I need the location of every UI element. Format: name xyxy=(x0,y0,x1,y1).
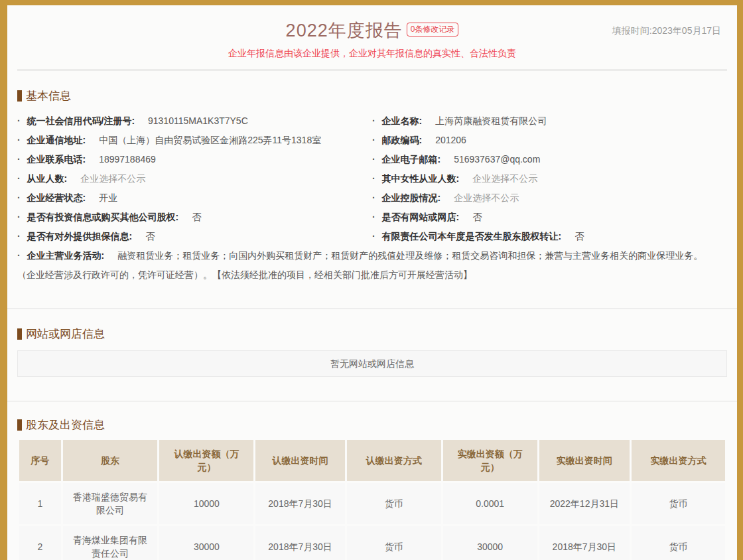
page-title: 2022年度报告 xyxy=(286,21,403,40)
header-divider xyxy=(17,70,727,70)
col-header-subscribed-amount: 认缴出资额（万元） xyxy=(159,440,253,481)
field-label: 企业经营状态: xyxy=(27,192,86,203)
cell-subscribed-amount: 10000 xyxy=(159,483,253,524)
cell-shareholder: 青海煤业集团有限责任公司 xyxy=(63,526,158,560)
col-header-paid-method: 实缴出资方式 xyxy=(632,440,725,481)
cell-shareholder: 香港瑞盛德贸易有限公司 xyxy=(63,483,158,524)
field-label: 企业通信地址: xyxy=(27,135,86,145)
field-label: 企业名称: xyxy=(382,115,423,126)
field-label: 有限责任公司本年度是否发生股东股权转让: xyxy=(382,231,562,242)
field-value: 否 xyxy=(145,231,155,242)
field-female-employee-count: 其中女性从业人数: 企业选择不公示 xyxy=(372,169,727,188)
field-phone: 企业联系电话: 18997188469 xyxy=(17,150,372,169)
section-shareholders: 股东及出资信息 序号 股东 认缴出资额（万元） 认缴出资时间 认缴出资方式 实缴… xyxy=(17,417,727,560)
field-value: 企业选择不公示 xyxy=(454,192,519,203)
cell-subscribed-amount: 30000 xyxy=(159,526,253,560)
col-header-paid-amount: 实缴出资额（万元） xyxy=(443,440,537,481)
field-value: 516937637@qq.com xyxy=(454,154,540,165)
section-title-text: 基本信息 xyxy=(26,88,71,104)
modification-records-badge[interactable]: 0条修改记录 xyxy=(407,23,459,36)
cell-subscribed-date: 2018年7月30日 xyxy=(255,526,345,560)
table-row: 2 青海煤业集团有限责任公司 30000 2018年7月30日 货币 30000… xyxy=(19,526,725,560)
table-row: 1 香港瑞盛德贸易有限公司 10000 2018年7月30日 货币 0.0001… xyxy=(19,483,725,524)
cell-index: 1 xyxy=(19,483,61,524)
field-value: 否 xyxy=(192,212,201,222)
cell-index: 2 xyxy=(19,526,61,560)
field-holding-status: 企业控股情况: 企业选择不公示 xyxy=(372,188,727,208)
field-postal-code: 邮政编码: 201206 xyxy=(372,131,727,150)
cell-paid-amount: 0.0001 xyxy=(443,483,537,524)
field-label: 是否有投资信息或购买其他公司股权: xyxy=(27,212,179,222)
section-divider xyxy=(7,309,737,309)
cell-paid-date: 2022年12月31日 xyxy=(539,483,630,524)
cell-subscribed-method: 货币 xyxy=(347,526,441,560)
cell-paid-method: 货币 xyxy=(632,483,725,524)
section-title-text: 网站或网店信息 xyxy=(26,326,105,342)
shareholders-table: 序号 股东 认缴出资额（万元） 认缴出资时间 认缴出资方式 实缴出资额（万元） … xyxy=(17,438,727,560)
field-label: 是否有网站或网店: xyxy=(382,212,460,222)
field-operating-status: 企业经营状态: 开业 xyxy=(17,188,372,208)
section-bar-icon xyxy=(17,90,22,102)
section-basic-info: 基本信息 统一社会信用代码/注册号: 91310115MA1K3T7Y5C 企业… xyxy=(17,88,727,285)
field-value: 企业选择不公示 xyxy=(472,173,537,184)
field-guarantee-info: 是否有对外提供担保信息: 否 xyxy=(17,227,372,246)
field-label: 其中女性从业人数: xyxy=(382,173,460,184)
section-title-shareholders: 股东及出资信息 xyxy=(17,417,727,433)
report-time: 填报时间:2023年05月17日 xyxy=(612,25,721,37)
disclaimer-text: 企业年报信息由该企业提供，企业对其年报信息的真实性、合法性负责 xyxy=(7,48,737,60)
field-address: 企业通信地址: 中国（上海）自由贸易试验区金湘路225弄11号1318室 xyxy=(17,131,372,150)
table-header-row: 序号 股东 认缴出资额（万元） 认缴出资时间 认缴出资方式 实缴出资额（万元） … xyxy=(19,440,725,481)
field-credit-code: 统一社会信用代码/注册号: 91310115MA1K3T7Y5C xyxy=(17,111,372,131)
section-divider xyxy=(7,401,737,401)
field-value: 融资租赁业务；租赁业务；向国内外购买租赁财产；租赁财产的残值处理及维修；租赁交易… xyxy=(17,250,703,280)
field-value: 企业选择不公示 xyxy=(80,173,145,184)
field-label: 企业主营业务活动: xyxy=(27,250,105,261)
annual-report-page: 填报时间:2023年05月17日 2022年度报告0条修改记录 企业年报信息由该… xyxy=(0,0,743,560)
field-value: 否 xyxy=(472,212,482,222)
field-label: 企业电子邮箱: xyxy=(382,154,441,165)
section-bar-icon xyxy=(17,419,22,431)
basic-info-fields: 统一社会信用代码/注册号: 91310115MA1K3T7Y5C 企业名称: 上… xyxy=(17,111,727,285)
field-email: 企业电子邮箱: 516937637@qq.com xyxy=(372,150,727,169)
field-equity-transfer: 有限责任公司本年度是否发生股东股权转让: 否 xyxy=(372,227,727,246)
col-header-paid-date: 实缴出资时间 xyxy=(539,440,630,481)
col-header-subscribed-method: 认缴出资方式 xyxy=(347,440,441,481)
field-label: 企业联系电话: xyxy=(27,154,86,165)
cell-paid-amount: 30000 xyxy=(443,526,537,560)
field-label: 企业控股情况: xyxy=(382,192,441,203)
col-header-index: 序号 xyxy=(19,440,61,481)
section-bar-icon xyxy=(17,328,22,340)
field-label: 从业人数: xyxy=(27,173,68,184)
cell-paid-method: 货币 xyxy=(632,526,725,560)
field-label: 统一社会信用代码/注册号: xyxy=(27,115,135,126)
field-value: 18997188469 xyxy=(99,154,156,165)
field-value: 91310115MA1K3T7Y5C xyxy=(148,115,248,126)
col-header-subscribed-date: 认缴出资时间 xyxy=(255,440,345,481)
field-label: 是否有对外提供担保信息: xyxy=(27,231,133,242)
field-label: 邮政编码: xyxy=(382,135,423,145)
field-value: 中国（上海）自由贸易试验区金湘路225弄11号1318室 xyxy=(99,135,321,145)
field-value: 开业 xyxy=(99,192,117,203)
field-value: 否 xyxy=(574,231,584,242)
section-title-website: 网站或网店信息 xyxy=(17,326,727,342)
field-employee-count: 从业人数: 企业选择不公示 xyxy=(17,169,372,188)
website-empty-notice: 暂无网站或网店信息 xyxy=(17,350,727,377)
section-title-text: 股东及出资信息 xyxy=(26,417,105,433)
section-website-info: 网站或网店信息 暂无网站或网店信息 xyxy=(17,326,727,377)
cell-subscribed-date: 2018年7月30日 xyxy=(255,483,345,524)
field-investment-info: 是否有投资信息或购买其他公司股权: 否 xyxy=(17,208,372,227)
field-website-status: 是否有网站或网店: 否 xyxy=(372,208,727,227)
section-title-basic-info: 基本信息 xyxy=(17,88,727,104)
field-main-business: 企业主营业务活动: 融资租赁业务；租赁业务；向国内外购买租赁财产；租赁财产的残值… xyxy=(17,246,727,285)
field-company-name: 企业名称: 上海芮康融资租赁有限公司 xyxy=(372,111,727,131)
cell-paid-date: 2018年7月30日 xyxy=(539,526,630,560)
field-value: 201206 xyxy=(435,135,466,145)
col-header-shareholder: 股东 xyxy=(63,440,158,481)
field-value: 上海芮康融资租赁有限公司 xyxy=(435,115,547,126)
cell-subscribed-method: 货币 xyxy=(347,483,441,524)
